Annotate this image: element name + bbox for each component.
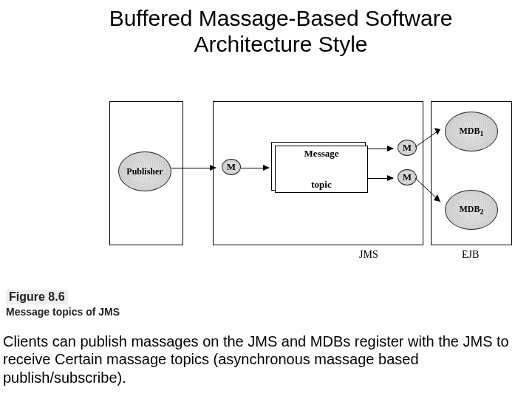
message-label: Message: [304, 148, 339, 160]
publisher-node: Publisher: [118, 151, 171, 191]
arrow-m4-to-mdb2: [415, 175, 448, 208]
mdb1-label: MDB1: [460, 126, 484, 137]
arrow-m2-to-mdb1: [415, 125, 448, 150]
arrow-msgbox-to-m4: [368, 178, 393, 179]
message-topic-box: Message topic: [275, 146, 368, 193]
slide-title: Buffered Massage-Based Software Architec…: [0, 0, 532, 57]
mdb2-node: MDB2: [445, 190, 498, 230]
jms-label: JMS: [359, 249, 378, 261]
m-node-2: M: [398, 140, 417, 156]
ejb-label: EJB: [462, 249, 479, 261]
topic-label: topic: [311, 179, 331, 191]
figure-caption: Message topics of JMS: [6, 306, 120, 318]
arrow-m-to-msgbox: [241, 168, 269, 168]
m-node-4: M: [398, 169, 417, 185]
svg-marker-3: [434, 194, 440, 202]
figure-number: Figure 8.6: [6, 290, 68, 304]
mdb1-node: MDB1: [445, 112, 498, 151]
arrow-msgbox-to-m2: [368, 149, 393, 149]
architecture-diagram: JMS EJB Publisher MDB1 MDB2 M M M M Mess…: [0, 79, 532, 301]
mdb2-label: MDB2: [460, 204, 484, 216]
svg-marker-1: [434, 128, 440, 135]
body-paragraph: Clients can publish massages on the JMS …: [3, 332, 531, 386]
m-node-1: M: [222, 159, 241, 175]
publisher-label: Publisher: [126, 166, 163, 177]
arrow-pub-to-m: [171, 168, 216, 168]
